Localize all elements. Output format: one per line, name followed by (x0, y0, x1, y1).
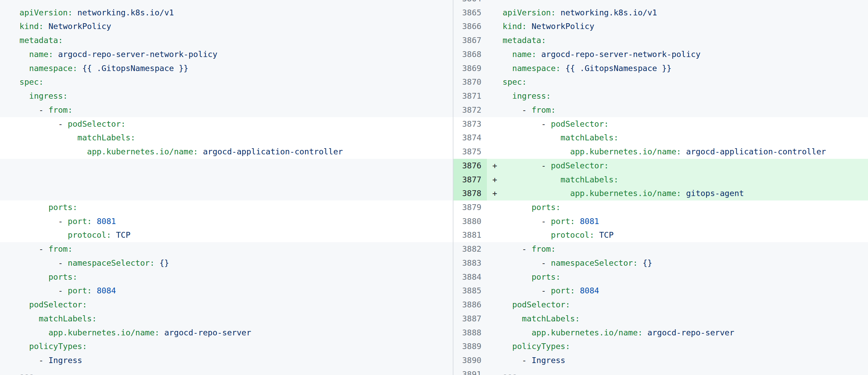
code-token-plain-punctuation (503, 133, 561, 142)
code-token-string-value: argocd-repo-server (159, 328, 251, 337)
old-code-line: ports: (0, 200, 453, 214)
code-token-plain-punctuation (19, 91, 29, 101)
code-token-plain-punctuation (503, 342, 512, 351)
line-number[interactable]: 3878 (453, 186, 487, 200)
line-number[interactable]: 3884 (453, 270, 487, 284)
code-token-document-separator: --- (503, 0, 517, 3)
code-token-plain-punctuation: - (503, 161, 551, 170)
code-token-plain-punctuation (19, 230, 68, 240)
new-code-line: ports: (487, 200, 868, 214)
code-token-yaml-key: apiVersion: (19, 8, 73, 17)
code-token-yaml-key: kind: (19, 22, 44, 31)
code-token-string-value: networking.k8s.io/v1 (73, 8, 174, 17)
code-token-string-value: argocd-application-controller (681, 147, 826, 156)
line-number[interactable]: 3879 (453, 200, 487, 214)
code-token-yaml-key: kind: (503, 22, 527, 31)
old-code-line: - podSelector: (0, 117, 453, 131)
code-token-yaml-key: app.kubernetes.io/name: (87, 147, 198, 156)
addition-marker-icon: + (492, 173, 497, 187)
code-token-yaml-key: name: (29, 50, 53, 59)
line-number[interactable]: 3871 (453, 89, 487, 103)
code-token-plain-punctuation (503, 328, 532, 337)
code-token-yaml-key: app.kubernetes.io/name: (570, 189, 681, 198)
line-number[interactable]: 3885 (453, 284, 487, 298)
line-number[interactable]: 3869 (453, 61, 487, 75)
code-token-string-value: argocd-repo-server-network-policy (536, 50, 700, 59)
code-token-yaml-key: podSelector: (551, 119, 609, 129)
code-token-plain-punctuation (19, 342, 29, 351)
code-token-yaml-key: from: (532, 105, 556, 115)
line-number[interactable]: 3882 (453, 242, 487, 256)
code-token-plain-punctuation: - (19, 217, 68, 226)
line-number[interactable]: 3870 (453, 75, 487, 89)
code-token-plain-punctuation: - (19, 244, 48, 254)
line-number[interactable]: 3881 (453, 228, 487, 242)
code-token-plain-punctuation (19, 300, 29, 309)
line-number[interactable]: 3874 (453, 131, 487, 145)
line-number[interactable]: 3880 (453, 214, 487, 228)
line-number[interactable]: 3875 (453, 145, 487, 159)
old-code-line: matchLabels: (0, 131, 453, 145)
code-token-yaml-key: port: (551, 217, 575, 226)
new-code-line: - Ingress (487, 353, 868, 367)
new-code-line: app.kubernetes.io/name: argocd-applicati… (487, 145, 868, 159)
line-number[interactable]: 3890 (453, 353, 487, 367)
new-code-line-added: + matchLabels: (487, 173, 868, 187)
code-token-document-separator: --- (503, 370, 517, 375)
line-number[interactable]: 3889 (453, 339, 487, 353)
line-number[interactable]: 3887 (453, 312, 487, 326)
line-number[interactable]: 3891 (453, 367, 487, 375)
diff-row-3874: matchLabels:3874 matchLabels: (0, 131, 868, 145)
code-token-yaml-key: matchLabels: (522, 314, 580, 323)
old-code-line: - from: (0, 103, 453, 117)
old-code-line: - Ingress (0, 353, 453, 367)
code-token-plain-punctuation (503, 272, 532, 282)
code-token-plain-punctuation (503, 300, 512, 309)
diff-row-3886: podSelector:3886 podSelector: (0, 298, 868, 312)
old-code-line: podSelector: (0, 298, 453, 312)
code-token-plain-punctuation: - (503, 105, 532, 115)
diff-row-3881: protocol: TCP3881 protocol: TCP (0, 228, 868, 242)
code-token-plain-punctuation (503, 91, 512, 101)
line-number[interactable]: 3886 (453, 298, 487, 312)
line-number[interactable]: 3864 (453, 0, 487, 6)
line-number[interactable]: 3866 (453, 19, 487, 33)
code-token-plain-punctuation (503, 189, 570, 198)
line-number[interactable]: 3888 (453, 326, 487, 340)
code-token-plain-punctuation: - (19, 119, 68, 129)
new-code-line: - podSelector: (487, 117, 868, 131)
line-number[interactable]: 3865 (453, 6, 487, 20)
code-token-plain-punctuation: - (19, 105, 48, 115)
new-code-line: namespace: {{ .GitopsNamespace }} (487, 61, 868, 75)
old-code-line: namespace: {{ .GitopsNamespace }} (0, 61, 453, 75)
line-number[interactable]: 3877 (453, 173, 487, 187)
code-token-plain-punctuation (503, 50, 512, 59)
old-code-line: name: argocd-repo-server-network-policy (0, 47, 453, 61)
code-token-plain-punctuation (19, 147, 87, 156)
old-code-line: ingress: (0, 89, 453, 103)
code-token-plain-punctuation: - (503, 217, 551, 226)
line-number[interactable]: 3876 (453, 159, 487, 173)
new-code-line: metadata: (487, 33, 868, 47)
line-number[interactable]: 3867 (453, 33, 487, 47)
diff-row-3876: 3876+ - podSelector: (0, 159, 868, 173)
code-token-string-value: {{ .GitopsNamespace }} (77, 64, 188, 73)
diff-row-3864: ---3864--- (0, 0, 868, 6)
code-token-plain-punctuation: - (503, 356, 532, 365)
code-token-yaml-key: protocol: (551, 230, 594, 240)
new-code-line: kind: NetworkPolicy (487, 19, 868, 33)
code-token-string-value: argocd-repo-server (642, 328, 734, 337)
line-number[interactable]: 3868 (453, 47, 487, 61)
diff-row-3872: - from:3872 - from: (0, 103, 868, 117)
code-token-yaml-key: matchLabels: (77, 133, 135, 142)
diff-row-3866: kind: NetworkPolicy3866kind: NetworkPoli… (0, 19, 868, 33)
line-number[interactable]: 3872 (453, 103, 487, 117)
line-number[interactable]: 3883 (453, 256, 487, 270)
code-token-number-literal: 8084 (575, 286, 599, 295)
code-token-plain-punctuation (19, 203, 48, 212)
code-token-yaml-key: from: (48, 244, 73, 254)
split-diff: ---3864---apiVersion: networking.k8s.io/… (0, 0, 868, 375)
old-code-line: spec: (0, 75, 453, 89)
line-number[interactable]: 3873 (453, 117, 487, 131)
code-token-yaml-key: port: (68, 286, 92, 295)
